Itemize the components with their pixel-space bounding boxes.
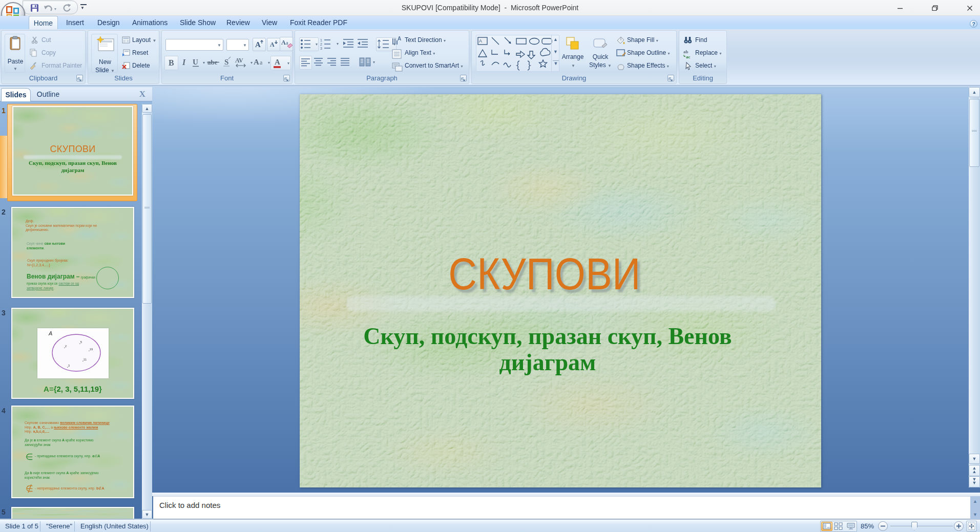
svg-text:ac: ac [686,54,691,59]
svg-text:ab: ab [683,49,689,54]
svg-text:S: S [224,58,228,66]
svg-text:AV: AV [235,57,243,64]
svg-text:a: a [286,40,288,46]
svg-text:A: A [270,41,275,48]
svg-text:I: I [182,58,186,67]
svg-text:A: A [275,58,280,66]
svg-text:A: A [281,39,286,46]
svg-text:1: 1 [320,38,322,42]
svg-text:2: 2 [320,42,322,46]
svg-text:A: A [479,38,482,44]
svg-text:A: A [398,36,401,41]
svg-text:a: a [260,59,263,66]
svg-text:A: A [255,40,261,49]
svg-text:U: U [193,58,198,66]
svg-text:B: B [169,58,174,67]
svg-text:A: A [254,58,259,66]
svg-text:3: 3 [320,47,322,50]
